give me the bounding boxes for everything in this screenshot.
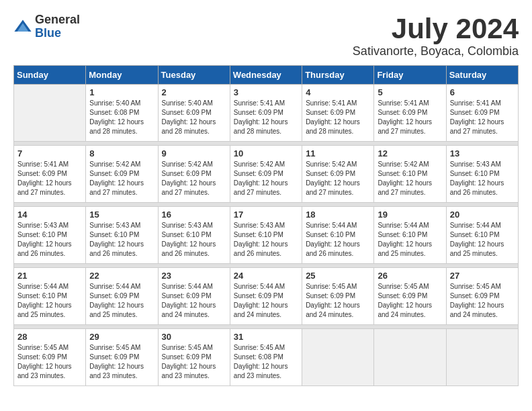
day-number: 23 xyxy=(162,271,226,281)
day-info: Sunrise: 5:45 AM Sunset: 6:09 PM Dayligh… xyxy=(17,344,72,379)
day-info: Sunrise: 5:41 AM Sunset: 6:09 PM Dayligh… xyxy=(17,161,72,196)
logo: General Blue xyxy=(13,13,80,40)
day-cell: 22Sunrise: 5:44 AM Sunset: 6:09 PM Dayli… xyxy=(86,268,158,325)
day-number: 3 xyxy=(234,87,298,97)
day-info: Sunrise: 5:43 AM Sunset: 6:10 PM Dayligh… xyxy=(89,222,144,257)
day-number: 5 xyxy=(378,87,442,97)
day-cell: 28Sunrise: 5:45 AM Sunset: 6:09 PM Dayli… xyxy=(14,329,86,386)
weekday-header-saturday: Saturday xyxy=(446,66,518,85)
day-info: Sunrise: 5:41 AM Sunset: 6:09 PM Dayligh… xyxy=(306,99,360,135)
day-cell: 6Sunrise: 5:41 AM Sunset: 6:09 PM Daylig… xyxy=(446,85,518,142)
week-row-2: 7Sunrise: 5:41 AM Sunset: 6:09 PM Daylig… xyxy=(14,146,519,203)
day-number: 29 xyxy=(89,332,154,342)
day-cell: 29Sunrise: 5:45 AM Sunset: 6:09 PM Dayli… xyxy=(86,329,158,386)
day-cell: 31Sunrise: 5:45 AM Sunset: 6:08 PM Dayli… xyxy=(230,329,302,386)
day-cell: 1Sunrise: 5:40 AM Sunset: 6:08 PM Daylig… xyxy=(86,85,158,142)
day-number: 15 xyxy=(89,210,154,220)
week-row-5: 28Sunrise: 5:45 AM Sunset: 6:09 PM Dayli… xyxy=(14,329,519,386)
day-info: Sunrise: 5:42 AM Sunset: 6:09 PM Dayligh… xyxy=(89,161,144,196)
day-info: Sunrise: 5:42 AM Sunset: 6:09 PM Dayligh… xyxy=(234,161,288,196)
day-number: 28 xyxy=(17,332,82,342)
day-info: Sunrise: 5:44 AM Sunset: 6:10 PM Dayligh… xyxy=(17,283,72,318)
header: General Blue July 2024 Sativanorte, Boya… xyxy=(13,13,519,58)
day-number: 10 xyxy=(234,148,298,158)
weekday-header-friday: Friday xyxy=(374,66,446,85)
day-cell: 11Sunrise: 5:42 AM Sunset: 6:09 PM Dayli… xyxy=(302,146,374,203)
day-number: 20 xyxy=(450,210,515,220)
day-info: Sunrise: 5:45 AM Sunset: 6:09 PM Dayligh… xyxy=(89,344,144,379)
day-number: 19 xyxy=(378,210,442,220)
day-number: 14 xyxy=(17,210,82,220)
day-number: 21 xyxy=(17,271,82,281)
day-info: Sunrise: 5:42 AM Sunset: 6:09 PM Dayligh… xyxy=(162,161,216,196)
week-row-3: 14Sunrise: 5:43 AM Sunset: 6:10 PM Dayli… xyxy=(14,207,519,264)
subtitle: Sativanorte, Boyaca, Colombia xyxy=(353,44,519,58)
day-info: Sunrise: 5:45 AM Sunset: 6:09 PM Dayligh… xyxy=(450,283,504,318)
day-info: Sunrise: 5:41 AM Sunset: 6:09 PM Dayligh… xyxy=(378,99,432,135)
day-cell: 17Sunrise: 5:43 AM Sunset: 6:10 PM Dayli… xyxy=(230,207,302,264)
logo-blue-text: Blue xyxy=(35,27,80,40)
day-number: 13 xyxy=(450,148,515,158)
day-cell: 2Sunrise: 5:40 AM Sunset: 6:09 PM Daylig… xyxy=(158,85,230,142)
day-number: 8 xyxy=(89,148,154,158)
day-info: Sunrise: 5:43 AM Sunset: 6:10 PM Dayligh… xyxy=(162,222,216,257)
day-cell: 19Sunrise: 5:44 AM Sunset: 6:10 PM Dayli… xyxy=(374,207,446,264)
day-cell: 25Sunrise: 5:45 AM Sunset: 6:09 PM Dayli… xyxy=(302,268,374,325)
calendar-table: SundayMondayTuesdayWednesdayThursdayFrid… xyxy=(13,65,519,386)
day-cell: 26Sunrise: 5:45 AM Sunset: 6:09 PM Dayli… xyxy=(374,268,446,325)
day-number: 11 xyxy=(306,148,370,158)
day-number: 17 xyxy=(234,210,298,220)
day-info: Sunrise: 5:41 AM Sunset: 6:09 PM Dayligh… xyxy=(234,99,288,135)
day-number: 22 xyxy=(89,271,154,281)
day-info: Sunrise: 5:45 AM Sunset: 6:08 PM Dayligh… xyxy=(234,344,288,379)
day-number: 25 xyxy=(306,271,370,281)
day-info: Sunrise: 5:43 AM Sunset: 6:10 PM Dayligh… xyxy=(17,222,72,257)
day-number: 4 xyxy=(306,87,370,97)
day-info: Sunrise: 5:40 AM Sunset: 6:09 PM Dayligh… xyxy=(162,99,216,135)
weekday-header-thursday: Thursday xyxy=(302,66,374,85)
weekday-header-monday: Monday xyxy=(86,66,158,85)
day-cell: 16Sunrise: 5:43 AM Sunset: 6:10 PM Dayli… xyxy=(158,207,230,264)
weekday-header-row: SundayMondayTuesdayWednesdayThursdayFrid… xyxy=(14,66,519,85)
day-number: 2 xyxy=(162,87,226,97)
day-number: 16 xyxy=(162,210,226,220)
day-info: Sunrise: 5:43 AM Sunset: 6:10 PM Dayligh… xyxy=(450,161,504,196)
day-cell: 23Sunrise: 5:44 AM Sunset: 6:09 PM Dayli… xyxy=(158,268,230,325)
day-cell: 13Sunrise: 5:43 AM Sunset: 6:10 PM Dayli… xyxy=(446,146,518,203)
day-info: Sunrise: 5:45 AM Sunset: 6:09 PM Dayligh… xyxy=(162,344,216,379)
day-cell: 10Sunrise: 5:42 AM Sunset: 6:09 PM Dayli… xyxy=(230,146,302,203)
week-row-4: 21Sunrise: 5:44 AM Sunset: 6:10 PM Dayli… xyxy=(14,268,519,325)
weekday-header-tuesday: Tuesday xyxy=(158,66,230,85)
day-cell xyxy=(14,85,86,142)
weekday-header-wednesday: Wednesday xyxy=(230,66,302,85)
day-cell: 20Sunrise: 5:44 AM Sunset: 6:10 PM Dayli… xyxy=(446,207,518,264)
day-info: Sunrise: 5:44 AM Sunset: 6:10 PM Dayligh… xyxy=(378,222,432,257)
day-cell: 14Sunrise: 5:43 AM Sunset: 6:10 PM Dayli… xyxy=(14,207,86,264)
day-info: Sunrise: 5:44 AM Sunset: 6:10 PM Dayligh… xyxy=(306,222,360,257)
day-number: 26 xyxy=(378,271,442,281)
day-number: 1 xyxy=(89,87,154,97)
day-cell: 8Sunrise: 5:42 AM Sunset: 6:09 PM Daylig… xyxy=(86,146,158,203)
logo-icon xyxy=(13,17,32,36)
day-cell: 15Sunrise: 5:43 AM Sunset: 6:10 PM Dayli… xyxy=(86,207,158,264)
day-cell xyxy=(446,329,518,386)
day-cell: 27Sunrise: 5:45 AM Sunset: 6:09 PM Dayli… xyxy=(446,268,518,325)
day-number: 27 xyxy=(450,271,515,281)
day-number: 24 xyxy=(234,271,298,281)
day-info: Sunrise: 5:41 AM Sunset: 6:09 PM Dayligh… xyxy=(450,99,504,135)
week-row-1: 1Sunrise: 5:40 AM Sunset: 6:08 PM Daylig… xyxy=(14,85,519,142)
day-number: 7 xyxy=(17,148,82,158)
day-cell xyxy=(374,329,446,386)
logo-text: General Blue xyxy=(35,13,80,40)
day-cell: 5Sunrise: 5:41 AM Sunset: 6:09 PM Daylig… xyxy=(374,85,446,142)
main-title: July 2024 xyxy=(353,13,519,44)
day-cell: 18Sunrise: 5:44 AM Sunset: 6:10 PM Dayli… xyxy=(302,207,374,264)
day-info: Sunrise: 5:44 AM Sunset: 6:09 PM Dayligh… xyxy=(162,283,216,318)
day-info: Sunrise: 5:44 AM Sunset: 6:10 PM Dayligh… xyxy=(450,222,504,257)
day-number: 30 xyxy=(162,332,226,342)
day-info: Sunrise: 5:45 AM Sunset: 6:09 PM Dayligh… xyxy=(378,283,432,318)
day-cell: 3Sunrise: 5:41 AM Sunset: 6:09 PM Daylig… xyxy=(230,85,302,142)
logo-general-text: General xyxy=(35,13,80,27)
day-cell: 7Sunrise: 5:41 AM Sunset: 6:09 PM Daylig… xyxy=(14,146,86,203)
day-info: Sunrise: 5:42 AM Sunset: 6:09 PM Dayligh… xyxy=(306,161,360,196)
